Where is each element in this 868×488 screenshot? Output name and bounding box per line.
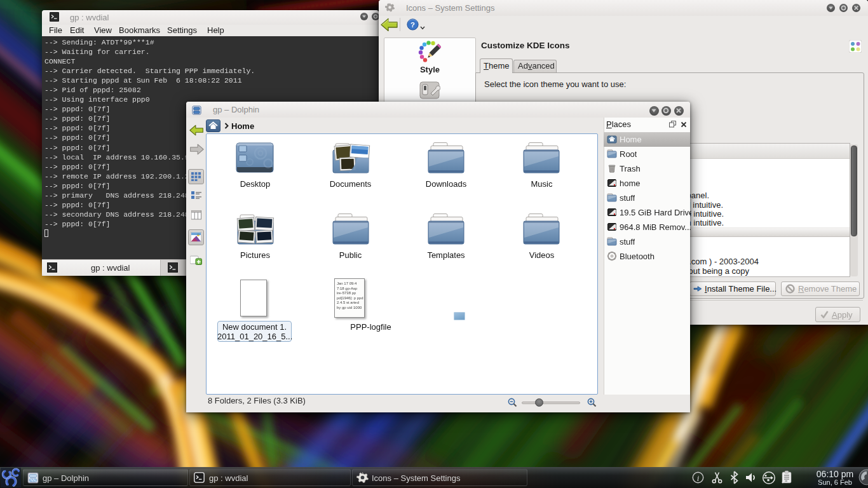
svg-text:i: i [697, 473, 700, 483]
svg-text:?: ? [410, 21, 415, 29]
